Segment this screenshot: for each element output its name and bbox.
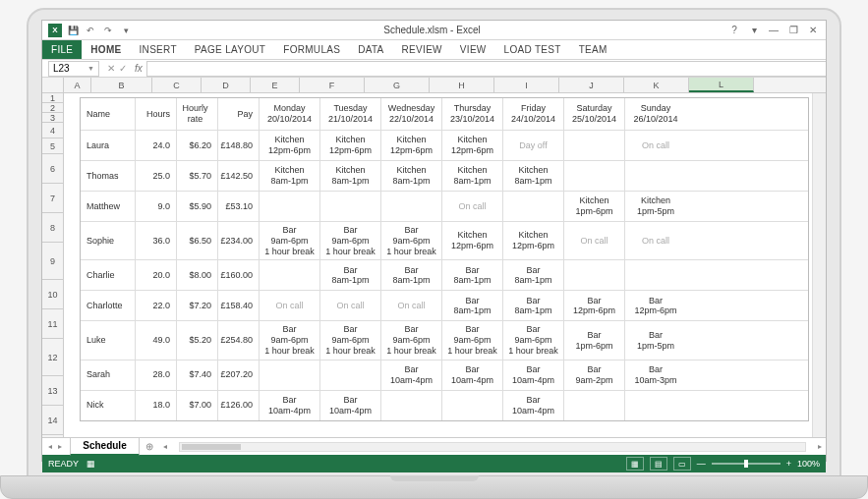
cell-day-4[interactable]: Kitchen12pm-6pm [503,222,564,259]
cell-day-4[interactable]: Kitchen8am-1pm [503,161,564,191]
header-day-3[interactable]: Thursday23/10/2014 [442,98,503,130]
cell-day-1[interactable]: Bar8am-1pm [320,260,381,290]
zoom-slider[interactable] [712,463,781,465]
cell-day-1[interactable] [320,192,381,221]
cell-pay[interactable]: £160.00 [218,260,260,290]
zoom-in-button[interactable]: + [786,459,791,469]
fx-icon[interactable]: fx [131,63,146,74]
cell-day-0[interactable]: Kitchen8am-1pm [260,161,320,191]
cell-day-3[interactable]: Bar10am-4pm [442,360,503,390]
column-header-b[interactable]: B [91,78,152,92]
cells-area[interactable]: NameHoursHourly ratePayMonday20/10/2014T… [64,93,812,437]
cell-day-6[interactable]: Bar12pm-6pm [625,291,686,320]
header-day-1[interactable]: Tuesday21/10/2014 [320,98,381,130]
macro-record-icon[interactable]: ▦ [87,459,95,469]
help-button[interactable]: ? [725,24,743,37]
cell-day-0[interactable]: Bar9am-6pm1 hour break [260,321,320,359]
cell-day-0[interactable] [260,360,320,390]
name-box[interactable]: L23 ▼ [48,61,99,77]
cell-day-0[interactable]: On call [260,291,320,320]
cell-hours[interactable]: 36.0 [136,222,177,259]
formula-input[interactable] [146,61,826,77]
tab-data[interactable]: DATA [349,40,392,59]
cell-hours[interactable]: 22.0 [136,291,177,320]
cell-day-6[interactable]: On call [625,222,686,259]
cell-day-1[interactable]: Bar9am-6pm1 hour break [320,222,381,259]
tab-load-test[interactable]: LOAD TEST [495,40,570,59]
cell-rate[interactable]: $7.00 [177,391,218,420]
cell-name[interactable]: Charlie [81,260,136,290]
cell-name[interactable]: Sophie [81,222,136,259]
cell-pay[interactable]: £158.40 [218,291,260,320]
column-header-g[interactable]: G [365,78,430,92]
view-page-break-button[interactable]: ▭ [673,457,691,471]
row-header-8[interactable]: 8 [42,213,63,243]
cell-day-6[interactable]: Kitchen1pm-5pm [625,192,686,221]
row-header-10[interactable]: 10 [42,280,63,309]
column-header-i[interactable]: I [494,78,559,92]
cell-day-0[interactable]: Bar9am-6pm1 hour break [260,222,320,259]
view-page-layout-button[interactable]: ▤ [650,457,667,471]
header-day-6[interactable]: Sunday26/10/2014 [625,98,686,130]
add-sheet-button[interactable]: ⊕ [140,441,159,452]
row-header-12[interactable]: 12 [42,339,63,376]
cell-hours[interactable]: 49.0 [136,321,177,359]
cell-day-3[interactable]: Bar9am-6pm1 hour break [442,321,503,359]
cell-day-3[interactable]: On call [442,192,503,221]
column-header-f[interactable]: F [300,78,365,92]
cell-day-6[interactable] [625,161,686,191]
view-normal-button[interactable]: ▦ [626,457,644,471]
cell-day-4[interactable]: Bar8am-1pm [503,260,564,290]
cell-rate[interactable]: $5.70 [177,161,218,191]
cell-day-2[interactable]: Kitchen8am-1pm [381,161,442,191]
cell-day-2[interactable]: On call [381,291,442,320]
row-header-6[interactable]: 6 [42,154,63,184]
cell-pay[interactable]: £142.50 [218,161,260,191]
cell-pay[interactable]: £148.80 [218,131,260,160]
minimize-button[interactable]: — [765,24,782,37]
tab-file[interactable]: FILE [42,40,82,59]
tab-page-layout[interactable]: PAGE LAYOUT [186,40,274,59]
header-rate[interactable]: Hourly rate [177,98,218,130]
cell-day-1[interactable]: On call [320,291,381,320]
cell-rate[interactable]: $5.20 [177,321,218,359]
column-header-k[interactable]: K [624,78,689,92]
column-header-d[interactable]: D [202,78,251,92]
cell-day-3[interactable]: Bar8am-1pm [442,260,503,290]
cell-name[interactable]: Matthew [81,192,136,221]
formula-ok-button[interactable]: ✓ [119,63,127,74]
cell-day-4[interactable]: Bar10am-4pm [503,391,564,420]
cell-day-5[interactable] [564,161,625,191]
cell-rate[interactable]: $7.20 [177,291,218,320]
cell-hours[interactable]: 20.0 [136,260,177,290]
hscroll-right-button[interactable]: ▸ [814,442,826,451]
cell-hours[interactable]: 24.0 [136,131,177,160]
cell-day-3[interactable]: Kitchen12pm-6pm [442,222,503,259]
row-header-9[interactable]: 9 [42,243,63,280]
cell-day-1[interactable]: Bar9am-6pm1 hour break [320,321,381,359]
cell-day-2[interactable] [381,391,442,420]
tab-formulas[interactable]: FORMULAS [274,40,349,59]
cell-day-3[interactable] [442,391,503,420]
sheet-tab-schedule[interactable]: Schedule [70,438,139,456]
cell-day-1[interactable]: Bar10am-4pm [320,391,381,420]
cell-hours[interactable]: 9.0 [136,192,177,221]
sheet-nav-buttons[interactable]: ◂ ▸ [42,442,70,451]
tab-team[interactable]: TEAM [570,40,616,59]
tab-view[interactable]: VIEW [451,40,495,59]
vertical-scrollbar[interactable] [812,93,826,437]
cell-pay[interactable]: £126.00 [218,391,260,420]
cell-rate[interactable]: $8.00 [177,260,218,290]
redo-button[interactable]: ↷ [101,24,115,37]
cell-day-3[interactable]: Bar8am-1pm [442,291,503,320]
cell-day-0[interactable] [260,192,320,221]
header-hours[interactable]: Hours [136,98,177,130]
header-name[interactable]: Name [81,98,136,130]
hscroll-left-button[interactable]: ◂ [159,442,171,451]
column-header-c[interactable]: C [152,78,202,92]
cell-day-5[interactable]: On call [564,222,625,259]
cell-hours[interactable]: 18.0 [136,391,177,420]
header-day-5[interactable]: Saturday25/10/2014 [564,98,625,130]
cell-rate[interactable]: $5.90 [177,192,218,221]
row-header-1[interactable]: 1 [42,93,63,103]
